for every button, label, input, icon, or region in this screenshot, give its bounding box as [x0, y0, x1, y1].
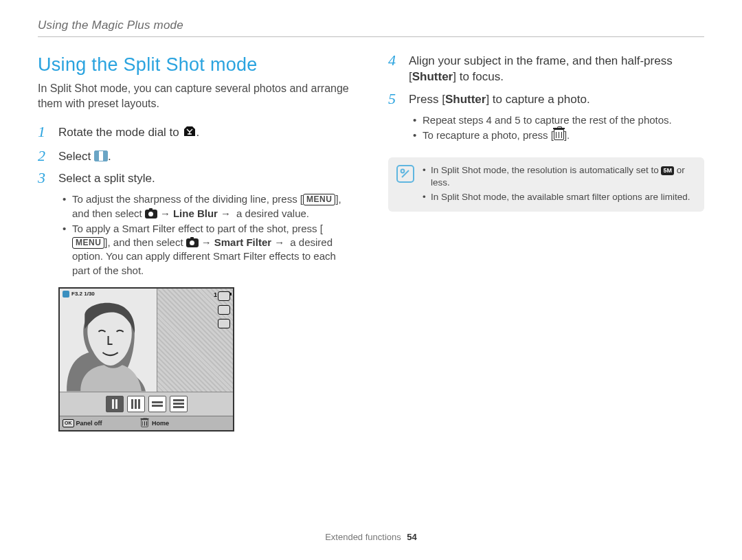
- split-style-thumbnails: [60, 392, 233, 416]
- section-title: Using the Split Shot mode: [38, 52, 354, 77]
- text: Home: [152, 419, 169, 427]
- split-style-option: [106, 396, 124, 412]
- exposure-info: F3.2 1/30: [63, 291, 95, 298]
- list-item: Repeat steps 4 and 5 to capture the rest…: [413, 113, 704, 127]
- text: 1: [214, 291, 217, 299]
- step-5: 5 Press [Shutter] to capture a photo.: [388, 91, 704, 108]
- step-5-subitems: Repeat steps 4 and 5 to capture the rest…: [413, 113, 704, 143]
- note-box: In Split Shot mode, the resolution is au…: [388, 157, 704, 212]
- breadcrumb: Using the Magic Plus mode: [38, 18, 704, 34]
- page-number: 54: [407, 532, 416, 542]
- resolution-5m-icon: 5M: [661, 166, 674, 175]
- trash-icon: [554, 129, 564, 140]
- text: Rotate the mode dial to: [58, 126, 183, 139]
- left-column: Using the Split Shot mode In Split Shot …: [38, 52, 354, 432]
- footer-section: Extended functions: [325, 532, 401, 542]
- text: .: [196, 126, 200, 139]
- screen-side-icons: [218, 291, 230, 328]
- text: ] to focus.: [453, 70, 504, 83]
- bold-text: Shutter: [445, 93, 486, 106]
- text: ], and then select: [104, 236, 186, 248]
- step-text: Align your subject in the frame, and the…: [409, 52, 704, 85]
- note-list: In Split Shot mode, the resolution is au…: [423, 164, 695, 203]
- list-item: In Split Shot mode, the resolution is au…: [423, 164, 695, 189]
- step-1: 1 Rotate the mode dial to .: [38, 124, 354, 142]
- arrow-icon: →: [201, 236, 212, 248]
- screen-preview: F3.2 1/30: [60, 289, 233, 392]
- home-label: Home: [139, 418, 169, 429]
- step-text: Select .: [58, 148, 111, 165]
- ok-icon: OK: [63, 419, 74, 427]
- camera-icon: [186, 238, 199, 247]
- text: a desired value.: [234, 208, 309, 219]
- menu-icon: MENU: [303, 194, 335, 205]
- step-text: Rotate the mode dial to .: [58, 124, 199, 142]
- step-3: 3 Select a split style.: [38, 170, 354, 187]
- text: ].: [564, 129, 570, 141]
- screen-left-pane: F3.2 1/30: [60, 289, 157, 392]
- arrow-icon: →: [274, 236, 284, 248]
- camera-icon: [145, 210, 157, 219]
- step-number: 1: [38, 124, 50, 140]
- list-item: To recapture a photo, press [].: [413, 128, 704, 142]
- list-item: To adjust the sharpness of the dividing …: [63, 192, 354, 221]
- bold-text: Shutter: [412, 70, 453, 83]
- list-item: In Split Shot mode, the available smart …: [423, 191, 695, 203]
- split-style-option: [148, 396, 166, 412]
- svg-point-0: [401, 170, 405, 173]
- header-rule: [38, 36, 704, 37]
- step-number: 2: [38, 148, 50, 164]
- panel-off-label: OK Panel off: [63, 419, 102, 427]
- text: To adjust the sharpness of the dividing …: [72, 193, 303, 205]
- text: F3.2 1/30: [71, 291, 95, 298]
- menu-icon: MENU: [72, 237, 104, 249]
- section-intro: In Split Shot mode, you can capture seve…: [38, 81, 354, 111]
- list-item: To apply a Smart Filter effect to part o…: [63, 222, 354, 278]
- flash-icon: [218, 319, 230, 328]
- resolution-icon: [218, 291, 230, 301]
- step-4: 4 Align your subject in the frame, and t…: [388, 52, 704, 85]
- screen-footer: OK Panel off Home: [60, 416, 233, 430]
- camera-screen-figure: F3.2 1/30: [58, 287, 234, 432]
- split-shot-icon: [94, 150, 108, 161]
- screen-right-pane: 1: [157, 289, 233, 392]
- manual-page: Using the Magic Plus mode Using the Spli…: [0, 0, 742, 560]
- text: Select: [58, 150, 94, 163]
- text: .: [108, 150, 111, 163]
- text: Press [: [409, 93, 445, 106]
- split-style-option: [170, 396, 188, 412]
- bold-text: Line Blur: [173, 208, 218, 219]
- right-column: 4 Align your subject in the frame, and t…: [388, 52, 704, 432]
- step-number: 5: [388, 91, 401, 107]
- text: ] to capture a photo.: [486, 93, 589, 106]
- mode-dial-icon: [183, 125, 196, 142]
- step-2: 2 Select .: [38, 148, 354, 165]
- arrow-icon: →: [160, 208, 170, 219]
- two-column-layout: Using the Split Shot mode In Split Shot …: [38, 52, 704, 432]
- text: Panel off: [76, 419, 102, 427]
- arrow-icon: →: [221, 208, 231, 219]
- step-number: 4: [388, 52, 401, 69]
- mode-badge-icon: [63, 291, 69, 298]
- text: To recapture a photo, press [: [423, 129, 554, 141]
- home-icon: [141, 419, 148, 427]
- portrait-illustration: [60, 301, 157, 392]
- text: In Split Shot mode, the resolution is au…: [431, 165, 661, 175]
- step-3-subitems: To adjust the sharpness of the dividing …: [63, 192, 354, 278]
- text: To apply a Smart Filter effect to part o…: [72, 223, 323, 234]
- filter-icon: [218, 305, 230, 315]
- page-footer: Extended functions 54: [0, 531, 742, 544]
- bold-text: Smart Filter: [214, 236, 271, 248]
- note-icon: [396, 165, 414, 183]
- step-text: Select a split style.: [58, 170, 155, 187]
- step-text: Press [Shutter] to capture a photo.: [409, 91, 590, 108]
- step-number: 3: [38, 170, 50, 186]
- split-style-option: [127, 396, 145, 412]
